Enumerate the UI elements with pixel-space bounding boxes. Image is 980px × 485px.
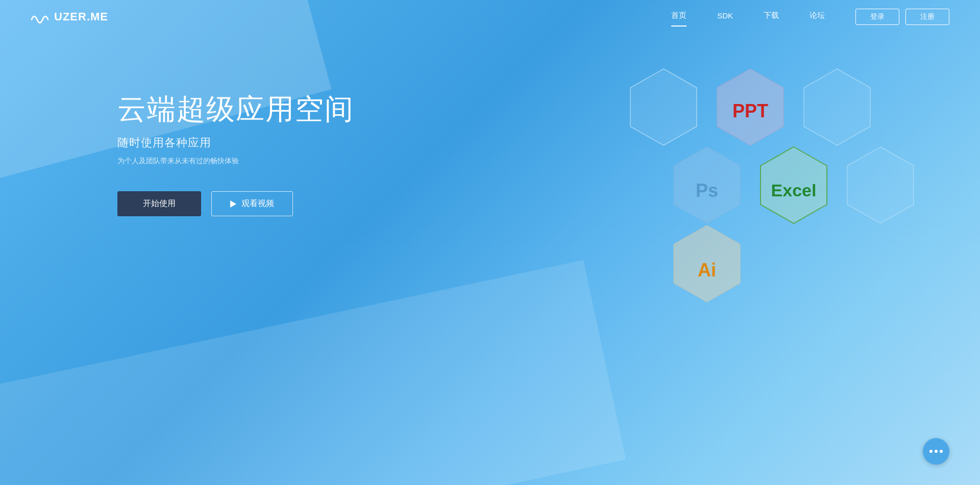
logo: UZER.ME [31, 10, 108, 24]
hex-ppt-label: PPT [732, 100, 768, 121]
hex-topleft [630, 69, 697, 145]
hex-topright [804, 69, 870, 145]
login-button[interactable]: 登录 [855, 9, 899, 25]
hex-excel-label: Excel [771, 181, 817, 200]
chat-dots [929, 450, 943, 453]
hex-bottomright [847, 147, 914, 223]
hex-ps-label: Ps [696, 180, 718, 201]
chat-bubble[interactable] [923, 438, 949, 465]
nav-actions: 登录 注册 [855, 9, 949, 25]
play-icon [230, 200, 236, 208]
nav-links: 首页 SDK 下载 论坛 [671, 11, 825, 22]
chat-dot-2 [935, 450, 938, 453]
nav-forum[interactable]: 论坛 [810, 11, 825, 22]
nav-home[interactable]: 首页 [671, 11, 687, 22]
chat-dot-3 [940, 450, 943, 453]
hero-desc: 为个人及团队带来从未有过的畅快体验 [117, 157, 354, 166]
hero-subtitle: 随时使用各种应用 [117, 135, 354, 150]
start-button[interactable]: 开始使用 [117, 191, 201, 216]
navbar: UZER.ME 首页 SDK 下载 论坛 登录 注册 [0, 0, 980, 33]
hero-section: UZER.ME 首页 SDK 下载 论坛 登录 注册 云端超级应用空间 随时使用… [0, 0, 980, 485]
chat-dot-1 [929, 450, 933, 453]
hero-title: 云端超级应用空间 [117, 92, 354, 126]
hex-svg: PPT Ps Excel Ai [582, 61, 939, 367]
logo-icon [31, 10, 49, 24]
video-button-label: 观看视频 [241, 198, 274, 209]
register-button[interactable]: 注册 [905, 9, 949, 25]
hex-grid: PPT Ps Excel Ai [582, 61, 939, 367]
hex-ai-label: Ai [698, 260, 716, 280]
hero-content: 云端超级应用空间 随时使用各种应用 为个人及团队带来从未有过的畅快体验 开始使用… [117, 92, 354, 216]
nav-sdk[interactable]: SDK [717, 11, 733, 22]
nav-download[interactable]: 下载 [764, 11, 779, 22]
video-button[interactable]: 观看视频 [211, 191, 293, 216]
logo-text: UZER.ME [54, 10, 108, 23]
hero-buttons: 开始使用 观看视频 [117, 191, 354, 216]
